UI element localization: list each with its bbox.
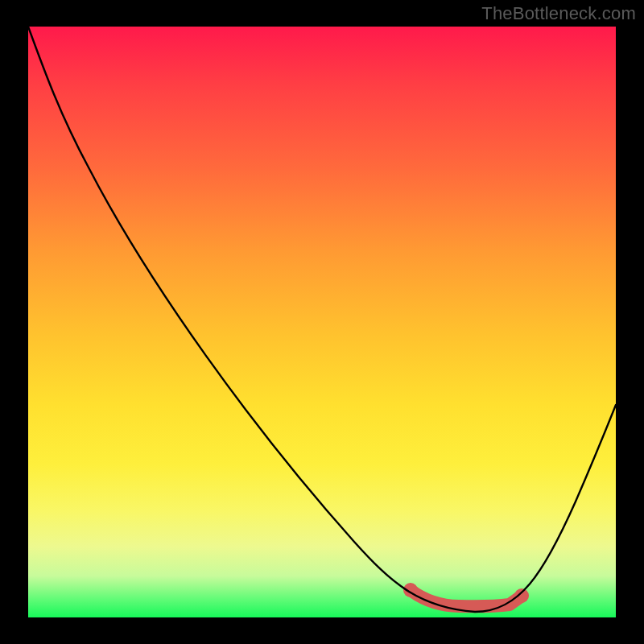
optimal-band [411,590,521,606]
watermark-text: TheBottleneck.com [481,3,636,24]
plot-area [28,27,616,617]
chart-frame: TheBottleneck.com [0,0,644,644]
bottleneck-curve-svg [28,27,616,617]
bottleneck-curve [28,27,616,612]
optimal-band-dot-right [514,588,529,603]
